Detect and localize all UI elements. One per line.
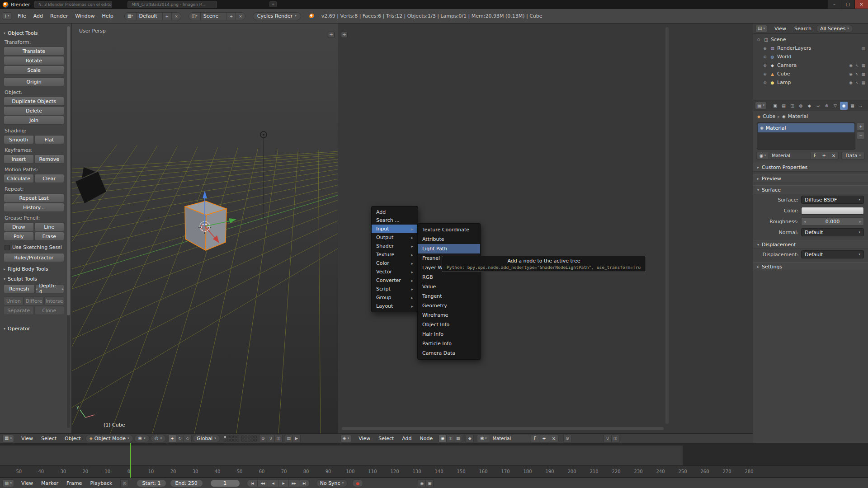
3d-viewport[interactable]: y User Persp (1) Cube + bbox=[72, 23, 338, 433]
difference-button[interactable]: Differe bbox=[24, 296, 44, 305]
rotate-button[interactable]: Rotate bbox=[4, 56, 64, 65]
snap-magnet-icon[interactable]: ⊃ bbox=[604, 435, 612, 442]
pivot-center-dropdown[interactable]: ◎▾ bbox=[151, 435, 166, 442]
use-preview-range-icon[interactable]: ◎ bbox=[120, 479, 128, 487]
menu-node[interactable]: Node bbox=[416, 436, 437, 441]
play-button[interactable]: ▶ bbox=[278, 479, 289, 487]
minimize-button[interactable]: – bbox=[827, 0, 841, 9]
depth-stepper[interactable]: ◂Depth: 4▸ bbox=[35, 284, 65, 293]
scale-button[interactable]: Scale bbox=[4, 66, 64, 75]
calculate-button[interactable]: Calculate bbox=[4, 174, 34, 183]
new-material-button[interactable]: + bbox=[819, 152, 829, 160]
current-frame-playhead[interactable] bbox=[130, 443, 131, 478]
render-opengl-anim-icon[interactable]: ▶ bbox=[292, 435, 301, 442]
auto-keyframe-record-button[interactable]: ● bbox=[352, 479, 363, 487]
screen-browse-button[interactable]: ▦▾ bbox=[125, 13, 136, 20]
keying-set-icon[interactable]: ◉ bbox=[418, 479, 426, 487]
menu-render[interactable]: Render bbox=[47, 13, 71, 19]
transform-orientation-dropdown[interactable]: Global ▾ bbox=[193, 435, 220, 442]
panel-operator[interactable]: ▾Operator bbox=[4, 326, 64, 332]
region-handle-icon[interactable]: + bbox=[341, 32, 348, 38]
line-button[interactable]: Line bbox=[34, 222, 65, 231]
outliner-item-world[interactable]: ⊕◍World bbox=[753, 52, 868, 61]
properties-tab-scene[interactable]: ◫ bbox=[788, 102, 796, 110]
eye-icon[interactable]: ◉ bbox=[849, 72, 853, 76]
viewport-shading-dropdown[interactable]: ◉▾ bbox=[134, 435, 150, 442]
camera-icon[interactable]: ▦ bbox=[861, 72, 865, 76]
add-menu-item-texture[interactable]: Texture▸ bbox=[372, 250, 418, 259]
manipulator-translate-toggle[interactable]: + bbox=[168, 435, 176, 442]
add-menu-item-group[interactable]: Group▸ bbox=[372, 293, 418, 302]
remesh-button[interactable]: Remesh bbox=[4, 284, 35, 293]
menu-frame[interactable]: Frame bbox=[63, 480, 85, 486]
panel-surface[interactable]: ▾Surface bbox=[753, 185, 868, 194]
scene-name[interactable]: Scene bbox=[200, 13, 226, 20]
cursor-icon[interactable]: ↖ bbox=[855, 63, 859, 68]
play-reverse-button[interactable]: ◀ bbox=[268, 479, 278, 487]
outliner-item-scene[interactable]: ⊖◫Scene bbox=[753, 35, 868, 44]
lamp-object[interactable] bbox=[260, 131, 267, 218]
menu-help[interactable]: Help bbox=[99, 13, 117, 19]
panel-displacement[interactable]: ▾Displacement bbox=[753, 240, 868, 249]
insert-keyframe-button[interactable]: Insert bbox=[4, 155, 34, 164]
compositing-nodes-toggle[interactable]: ◫ bbox=[446, 435, 454, 442]
menu-select[interactable]: Select bbox=[375, 436, 397, 441]
intersect-button[interactable]: Interse bbox=[44, 296, 64, 305]
outliner-item-camera[interactable]: ⊕◆Camera◉↖▦ bbox=[753, 61, 868, 70]
pin-icon[interactable]: ⊙ bbox=[563, 435, 571, 442]
add-screen-button[interactable]: + bbox=[162, 13, 172, 20]
region-handle-icon[interactable]: + bbox=[328, 32, 335, 38]
submenu-item-texturecoordinate[interactable]: Texture Coordinate bbox=[418, 225, 480, 235]
camera-icon[interactable]: ▦ bbox=[861, 80, 865, 85]
screen-layout-name[interactable]: Default bbox=[136, 13, 162, 20]
lock-layers-icon[interactable]: ⊙ bbox=[259, 435, 267, 442]
camera-icon[interactable]: ▦ bbox=[861, 63, 865, 68]
submenu-item-wireframe[interactable]: Wireframe bbox=[418, 310, 480, 320]
snap-element-icon[interactable]: ◫ bbox=[274, 435, 283, 442]
node-editor-horizontal-scrollbar[interactable] bbox=[342, 427, 664, 430]
erase-button[interactable]: Erase bbox=[34, 232, 65, 241]
submenu-item-geometry[interactable]: Geometry bbox=[418, 301, 480, 310]
material-name-field[interactable]: Material bbox=[769, 152, 811, 160]
link-data-dropdown[interactable]: Data▾ bbox=[841, 152, 865, 160]
add-menu-item-script[interactable]: Script▸ bbox=[372, 285, 418, 293]
submenu-item-value[interactable]: Value bbox=[418, 282, 480, 291]
panel-sculpt-tools[interactable]: ▾Sculpt Tools bbox=[4, 276, 64, 282]
cube-object[interactable] bbox=[185, 201, 226, 250]
jump-to-end-button[interactable]: ▶| bbox=[299, 479, 310, 487]
editor-type-button[interactable]: ◈▾ bbox=[340, 435, 351, 442]
color-swatch[interactable] bbox=[801, 207, 864, 215]
submenu-item-rgb[interactable]: RGB bbox=[418, 272, 480, 282]
properties-tab-object-data[interactable]: ▽ bbox=[831, 102, 839, 110]
sync-mode-dropdown[interactable]: No Sync ▾ bbox=[316, 479, 348, 487]
clone-button[interactable]: Clone bbox=[34, 306, 65, 315]
properties-tab-world[interactable]: ◍ bbox=[797, 102, 805, 110]
panel-settings[interactable]: ▸Settings bbox=[753, 262, 868, 271]
panel-object-tools[interactable]: ▾Object Tools bbox=[4, 30, 64, 36]
panel-rigid-body-tools[interactable]: ▸Rigid Body Tools bbox=[4, 266, 64, 272]
menu-view[interactable]: View bbox=[18, 480, 37, 486]
add-menu-item-color[interactable]: Color▸ bbox=[372, 259, 418, 267]
normal-dropdown[interactable]: Default▾ bbox=[801, 228, 864, 236]
close-button[interactable]: × bbox=[854, 0, 868, 9]
submenu-item-cameradata[interactable]: Camera Data bbox=[418, 348, 480, 358]
origin-button[interactable]: Origin bbox=[4, 77, 64, 86]
join-button[interactable]: Join bbox=[4, 116, 64, 125]
fake-user-button[interactable]: F bbox=[811, 152, 820, 160]
remove-keyframe-button[interactable]: Remove bbox=[34, 155, 65, 164]
menu-view[interactable]: View bbox=[771, 26, 790, 32]
layers-widget[interactable] bbox=[224, 436, 257, 441]
add-menu-item-shader[interactable]: Shader▸ bbox=[372, 242, 418, 250]
editor-type-button[interactable]: ▦▾ bbox=[2, 435, 14, 442]
properties-tab-render[interactable]: ▣ bbox=[771, 102, 779, 110]
submenu-item-hairinfo[interactable]: Hair Info bbox=[418, 329, 480, 339]
tool-shelf-scrollbar[interactable] bbox=[67, 26, 70, 428]
node-editor[interactable]: + Add Search ...Input▸Output▸Shader▸Text… bbox=[338, 23, 753, 443]
material-name-field[interactable]: Material bbox=[490, 435, 531, 442]
add-menu-item-input[interactable]: Input▸ bbox=[372, 225, 418, 233]
repeat-last-button[interactable]: Repeat Last bbox=[4, 193, 64, 202]
remove-slot-button[interactable]: − bbox=[857, 131, 865, 140]
add-scene-button[interactable]: + bbox=[226, 13, 236, 20]
texture-nodes-toggle[interactable]: ▦ bbox=[454, 435, 462, 442]
shader-nodes-toggle[interactable]: ◉ bbox=[439, 435, 447, 442]
